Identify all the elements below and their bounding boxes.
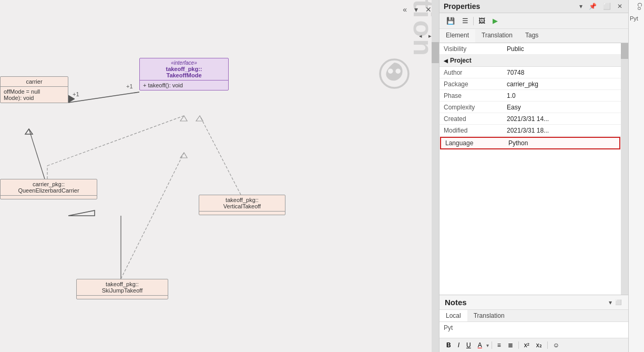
- panel-titlebar: Properties ▾ 📌 ⬜ ✕: [439, 0, 628, 13]
- notes-tab-translation[interactable]: Translation: [467, 310, 511, 321]
- prop-language-label: Language: [441, 138, 504, 148]
- panel-title: Properties: [444, 2, 480, 11]
- svg-marker-8: [196, 116, 203, 121]
- svg-line-5: [47, 116, 184, 166]
- svg-point-17: [395, 68, 401, 74]
- dropdown-btn[interactable]: ▾: [412, 4, 420, 15]
- prop-complexity: Complexity Easy: [439, 102, 621, 113]
- tab-element[interactable]: Element: [439, 29, 475, 43]
- diagram-svg: +1 +1: [0, 0, 439, 352]
- queen-class[interactable]: carrier_pkg:: QueenElizerbardCarrier: [0, 179, 97, 199]
- section-project-label: Project: [450, 57, 472, 64]
- prop-complexity-label: Complexity: [439, 102, 503, 113]
- svg-line-11: [121, 153, 184, 279]
- prop-author-label: Author: [439, 67, 503, 78]
- color-btn[interactable]: A: [475, 340, 485, 350]
- panel-title-controls: ▾ 📌 ⬜ ✕: [578, 2, 624, 11]
- panel-toolbar: 💾 ☰ 🖼 ▶: [439, 13, 628, 29]
- panel-dropdown-btn[interactable]: ▾: [578, 2, 584, 11]
- subscript-btn[interactable]: x₂: [534, 340, 545, 350]
- prop-language-value: Python: [504, 138, 619, 148]
- notes-tab-local[interactable]: Local: [439, 310, 467, 321]
- queen-class-header: carrier_pkg:: QueenElizerbardCarrier: [1, 179, 97, 196]
- svg-line-13: [29, 129, 45, 179]
- nav-left-btn[interactable]: ◂: [417, 32, 424, 41]
- numbered-list-btn[interactable]: ≣: [505, 340, 516, 350]
- prop-package: Package carrier_pkg: [439, 78, 621, 90]
- italic-btn[interactable]: I: [455, 340, 462, 350]
- collapse-btn[interactable]: «: [401, 4, 409, 15]
- notes-tabs: Local Translation: [439, 310, 628, 322]
- skijumptakeoff-class[interactable]: takeoff_pkg:: SkiJumpTakeoff: [76, 279, 168, 299]
- takeoffmode-body: + takeoff(): void: [140, 81, 228, 90]
- play-btn[interactable]: ▶: [490, 15, 500, 26]
- scrollbar-thumb[interactable]: [432, 42, 439, 63]
- panel-close-btn[interactable]: ✕: [616, 2, 624, 11]
- bold-btn[interactable]: B: [444, 340, 454, 350]
- prop-created-label: Created: [439, 114, 503, 124]
- prop-phase-value: 1.0: [503, 90, 621, 101]
- notes-title: Notes: [445, 298, 607, 307]
- svg-marker-14: [25, 129, 33, 134]
- bullet-list-btn[interactable]: ≡: [495, 340, 504, 350]
- svg-text:+1: +1: [126, 83, 133, 89]
- prop-package-label: Package: [439, 79, 503, 89]
- panel-expand-btn[interactable]: ⬜: [601, 2, 612, 11]
- verticaltakeoff-body: [199, 212, 285, 215]
- emoji-btn[interactable]: ☺: [550, 340, 562, 350]
- superscript-btn[interactable]: x²: [522, 340, 532, 350]
- prop-author: Author 70748: [439, 67, 621, 78]
- prop-author-value: 70748: [503, 67, 621, 78]
- carrier-class[interactable]: carrier offMode = null Mode): void: [0, 76, 68, 103]
- menu-btn[interactable]: ☰: [459, 15, 471, 26]
- pyt-label: Pyt: [629, 13, 644, 24]
- panel-tabs: Element Translation Tags: [439, 29, 628, 43]
- tab-translation[interactable]: Translation: [475, 29, 519, 43]
- notes-section: Notes ▾ ⬜ Local Translation Pyt B I U A …: [439, 295, 628, 352]
- tab-tags[interactable]: Tags: [519, 29, 545, 43]
- takeoffmode-interface[interactable]: «interface» takeoff_pkg:: TakeoffMode + …: [139, 58, 229, 90]
- prop-visibility-label: Visibility: [439, 44, 503, 54]
- prop-language: Language Python: [440, 137, 620, 149]
- underline-btn[interactable]: U: [464, 340, 474, 350]
- panel-scrollbar[interactable]: [621, 43, 628, 295]
- svg-text:+1: +1: [73, 91, 79, 97]
- section-arrow: ◀: [444, 58, 448, 64]
- notes-toolbar: B I U A ▾ ≡ ≣ x² x₂ ☺: [439, 338, 628, 352]
- panel-pin-btn[interactable]: 📌: [587, 2, 598, 11]
- prop-modified-label: Modified: [439, 125, 503, 136]
- notes-expand-btn[interactable]: ⬜: [614, 299, 623, 306]
- astah-logo: [379, 58, 410, 89]
- properties-table: Visibility Public ◀ Project Author 70748…: [439, 43, 628, 295]
- skijumptakeoff-header: takeoff_pkg:: SkiJumpTakeoff: [77, 279, 168, 296]
- prop-visibility-value: Public: [503, 44, 621, 54]
- svg-marker-12: [180, 153, 187, 158]
- verticaltakeoff-header: takeoff_pkg:: VerticalTakeoff: [199, 195, 285, 212]
- notes-header: Notes ▾ ⬜: [439, 295, 628, 310]
- diagram-area: « ▾ ✕ ◂ ▸ +1 +1 TRIAL: [0, 0, 439, 352]
- panel-scroll-thumb[interactable]: [621, 43, 628, 59]
- takeoffmode-header: «interface» takeoff_pkg:: TakeoffMode: [140, 58, 228, 81]
- carrier-class-body: offMode = null Mode): void: [1, 87, 68, 103]
- notes-content[interactable]: Pyt: [439, 322, 628, 338]
- diagram-scrollbar[interactable]: [432, 0, 439, 352]
- prop-created: Created 2021/3/31 14...: [439, 113, 621, 125]
- properties-panel: Properties ▾ 📌 ⬜ ✕ 💾 ☰ 🖼 ▶ Element Trans…: [439, 0, 628, 352]
- save-btn[interactable]: 💾: [444, 15, 457, 26]
- image-btn[interactable]: 🖼: [476, 15, 488, 26]
- verticaltakeoff-class[interactable]: takeoff_pkg:: VerticalTakeoff: [199, 195, 285, 215]
- prop-created-value: 2021/3/31 14...: [503, 114, 621, 124]
- prop-package-value: carrier_pkg: [503, 79, 621, 89]
- svg-marker-10: [68, 210, 95, 216]
- co-label: Co: [629, 0, 644, 13]
- carrier-class-header: carrier: [1, 77, 68, 87]
- close-diagram-btn[interactable]: ✕: [423, 4, 434, 15]
- prop-modified: Modified 2021/3/31 18...: [439, 125, 621, 136]
- prop-phase-label: Phase: [439, 90, 503, 101]
- notes-dropdown-btn[interactable]: ▾: [607, 298, 614, 307]
- svg-marker-6: [180, 116, 187, 121]
- queen-class-body: [1, 196, 97, 199]
- prop-complexity-value: Easy: [503, 102, 621, 113]
- svg-line-0: [68, 92, 139, 103]
- diagram-toolbar: « ▾ ✕: [401, 4, 434, 15]
